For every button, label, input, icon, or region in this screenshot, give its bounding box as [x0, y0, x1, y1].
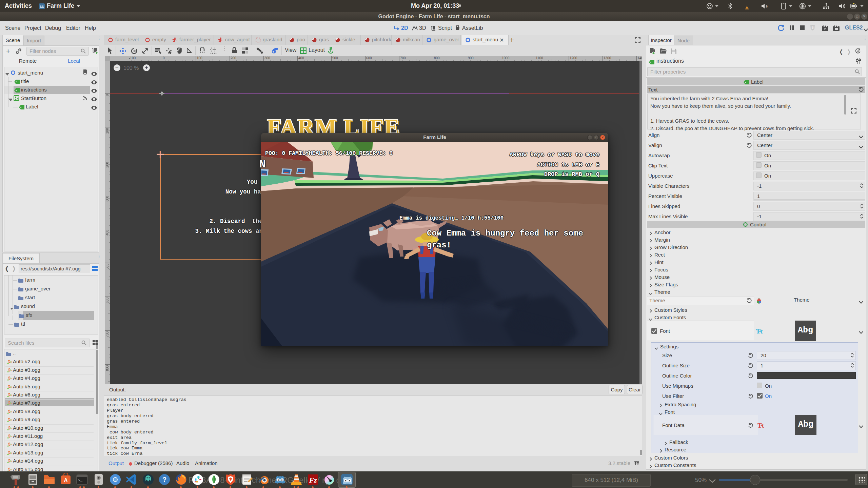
svg-text:?: ?	[162, 476, 166, 483]
svg-text:5: 5	[811, 25, 813, 29]
svg-text:>_: >_	[78, 479, 83, 483]
svg-text:A: A	[64, 477, 68, 483]
svg-text:s: s	[766, 4, 768, 8]
svg-text:Fz: Fz	[309, 476, 317, 484]
